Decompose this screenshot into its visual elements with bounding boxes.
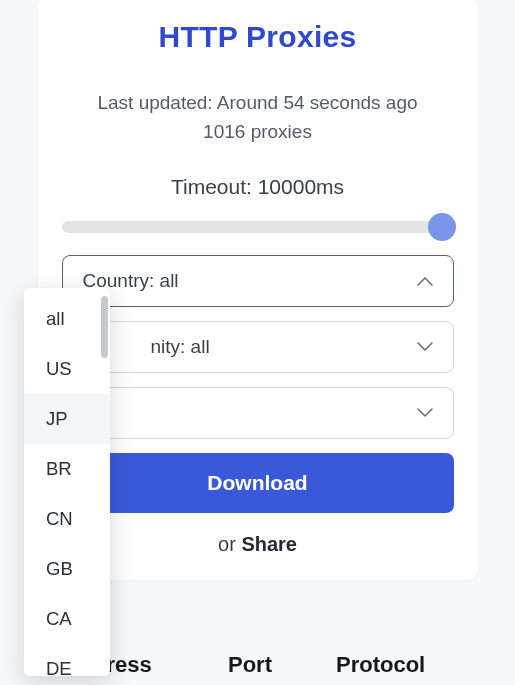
- country-option-gb[interactable]: GB: [24, 544, 110, 594]
- proxy-count: 1016 proxies: [203, 121, 312, 142]
- column-protocol: Protocol: [332, 652, 489, 678]
- last-updated: Last updated: Around 54 seconds ago: [97, 92, 417, 113]
- scrollbar-thumb[interactable]: [101, 296, 108, 358]
- chevron-down-icon: [417, 405, 433, 421]
- page-title: HTTP Proxies: [62, 20, 454, 54]
- or-text: or: [218, 533, 241, 555]
- timeout-label: Timeout: 10000ms: [62, 175, 454, 199]
- country-option-ca[interactable]: CA: [24, 594, 110, 644]
- column-port: Port: [228, 652, 332, 678]
- slider-thumb[interactable]: [428, 213, 456, 241]
- third-select[interactable]: [62, 387, 454, 439]
- status-text: Last updated: Around 54 seconds ago 1016…: [62, 88, 454, 147]
- share-row: or Share: [62, 533, 454, 556]
- country-option-cn[interactable]: CN: [24, 494, 110, 544]
- download-button[interactable]: Download: [62, 453, 454, 513]
- country-option-de[interactable]: DE: [24, 644, 110, 676]
- country-option-br[interactable]: BR: [24, 444, 110, 494]
- country-option-all[interactable]: all: [24, 294, 110, 344]
- slider-track: [62, 221, 450, 233]
- timeout-slider[interactable]: [62, 213, 454, 241]
- country-option-jp[interactable]: JP: [24, 394, 110, 444]
- anonymity-select-label: nity: all: [151, 336, 210, 358]
- country-dropdown[interactable]: allUSJPBRCNGBCADE: [24, 288, 110, 676]
- chevron-up-icon: [417, 273, 433, 289]
- share-link[interactable]: Share: [241, 533, 297, 555]
- country-select[interactable]: Country: all: [62, 255, 454, 307]
- country-option-us[interactable]: US: [24, 344, 110, 394]
- chevron-down-icon: [417, 339, 433, 355]
- anonymity-select[interactable]: X nity: all: [62, 321, 454, 373]
